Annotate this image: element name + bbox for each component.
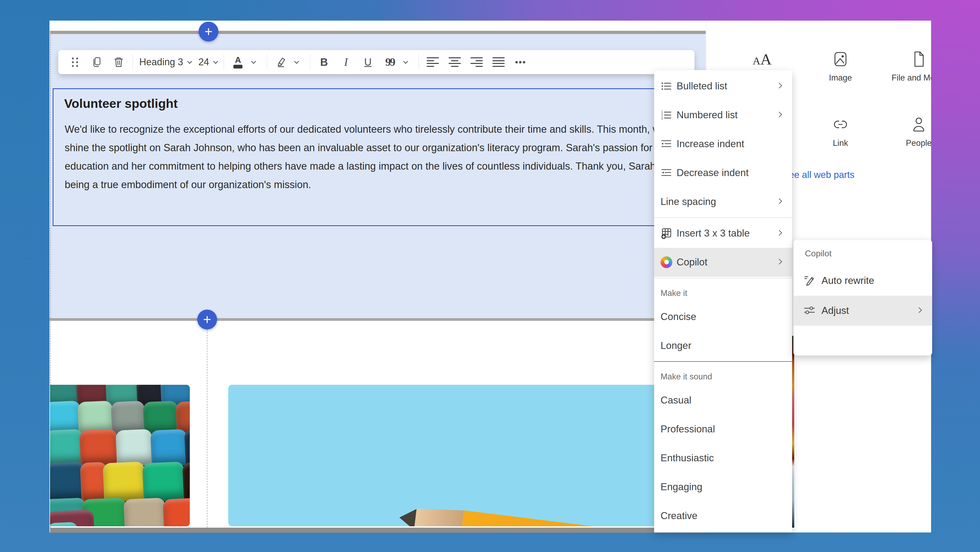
menu-item-increase-indent[interactable]: Increase indent	[654, 129, 792, 158]
webpart-tile-image[interactable]: Image	[808, 49, 873, 83]
submenu-item-auto-rewrite[interactable]: Auto rewrite	[794, 266, 932, 296]
font-color-button[interactable]: A	[231, 54, 245, 71]
chair-shape	[50, 429, 84, 467]
pencil-illustration	[398, 503, 680, 526]
align-right-button[interactable]	[469, 54, 484, 71]
image-web-part-pencil[interactable]	[228, 385, 690, 526]
menu-item-longer[interactable]: Longer	[654, 331, 792, 360]
horizontal-scrollbar-bottom[interactable]	[50, 528, 706, 533]
menu-group-header: Make it sound	[654, 363, 792, 386]
bulleted-list-icon	[659, 80, 673, 92]
submenu-header: Copilot	[794, 241, 932, 266]
align-left-button[interactable]	[425, 54, 440, 71]
menu-item-engaging[interactable]: Engaging	[654, 472, 792, 501]
section-divider	[49, 318, 706, 321]
text-style-dropdown[interactable]: Heading 3	[139, 54, 191, 71]
drag-handle-icon[interactable]	[67, 54, 82, 71]
menu-item-concise[interactable]: Concise	[654, 302, 792, 331]
chevron-down-icon	[213, 59, 218, 64]
text-format-toolbar: Heading 3 24 A B I U 99 •••	[58, 50, 695, 74]
hidden-image-sliver	[792, 336, 794, 528]
delete-icon[interactable]	[111, 54, 126, 71]
font-size-value: 24	[198, 56, 209, 68]
menu-item-decrease-indent[interactable]: Decrease indent	[654, 158, 792, 187]
link-icon	[808, 115, 873, 134]
webpart-label: People	[887, 138, 931, 148]
menu-divider	[654, 278, 792, 278]
font-size-dropdown[interactable]: 24	[198, 54, 217, 71]
text-webpart-icon: AA	[730, 49, 794, 69]
increase-indent-icon	[659, 138, 673, 150]
highlight-dropdown[interactable]	[288, 54, 304, 71]
chevron-right-icon	[775, 110, 785, 120]
copilot-submenu: Copilot Auto rewrite Adjust	[794, 240, 932, 356]
chevron-down-icon	[251, 59, 256, 64]
chevron-right-icon	[775, 81, 785, 91]
webpart-label: Image	[808, 73, 873, 83]
add-web-part-button-top[interactable]: +	[199, 22, 218, 41]
chevron-right-icon	[775, 257, 785, 268]
chevron-down-icon	[294, 59, 299, 64]
menu-divider	[654, 217, 792, 218]
webpart-tile-link[interactable]: Link	[808, 115, 873, 148]
align-center-button[interactable]	[447, 54, 462, 71]
menu-item-insert-table[interactable]: Insert 3 x 3 table	[654, 219, 792, 248]
bold-button[interactable]: B	[317, 54, 331, 71]
duplicate-icon[interactable]	[89, 54, 104, 71]
insert-table-icon	[659, 227, 673, 239]
chair-shape	[103, 461, 146, 502]
chair-shape	[142, 461, 185, 502]
see-all-web-parts-link[interactable]: See all web parts	[783, 169, 854, 180]
horizontal-scrollbar-top[interactable]	[50, 31, 706, 34]
chevron-right-icon	[915, 305, 925, 316]
chair-shape	[124, 498, 167, 526]
chevron-right-icon	[775, 228, 785, 239]
highlight-button[interactable]	[274, 54, 288, 71]
page-paragraph[interactable]: We'd like to recognize the exceptional e…	[65, 120, 687, 194]
menu-item-casual[interactable]: Casual	[654, 386, 792, 415]
adjust-sliders-icon	[803, 304, 816, 317]
text-style-value: Heading 3	[139, 56, 183, 68]
webpart-label: File and Media	[887, 73, 931, 83]
column-guide	[207, 321, 207, 528]
menu-divider-blue	[654, 361, 792, 362]
add-section-button[interactable]: +	[197, 310, 217, 329]
chair-shape	[79, 429, 118, 467]
webpart-tile-file[interactable]: File and Media	[887, 49, 931, 83]
blockquote-button[interactable]: 99	[382, 54, 397, 71]
italic-button[interactable]: I	[339, 54, 353, 71]
menu-item-numbered-list[interactable]: 123 Numbered list	[654, 101, 792, 129]
menu-item-creative[interactable]: Creative	[654, 501, 792, 530]
webpart-tile-people[interactable]: People	[887, 115, 931, 148]
menu-item-professional[interactable]: Professional	[654, 415, 792, 444]
underline-button[interactable]: U	[360, 54, 375, 71]
more-options-button[interactable]: •••	[513, 54, 528, 71]
more-text-styles-dropdown[interactable]	[397, 54, 412, 71]
justify-button[interactable]	[491, 54, 506, 71]
people-icon	[887, 115, 931, 134]
menu-item-enthusiastic[interactable]: Enthusiastic	[654, 444, 792, 472]
desktop: { "toolbar": { "heading_style": "Heading…	[0, 0, 980, 552]
chair-shape	[150, 429, 188, 467]
chevron-down-icon	[187, 59, 192, 64]
decrease-indent-icon	[659, 167, 673, 179]
chair-shape	[116, 429, 153, 467]
auto-rewrite-icon	[803, 274, 816, 287]
numbered-list-icon: 123	[659, 109, 673, 121]
file-media-icon	[887, 49, 931, 69]
webpart-label: Link	[808, 138, 873, 148]
chair-shape	[163, 498, 190, 526]
svg-text:3: 3	[661, 116, 663, 120]
image-web-part-chairs[interactable]	[50, 385, 190, 526]
menu-item-line-spacing[interactable]: Line spacing	[654, 187, 792, 216]
submenu-item-adjust[interactable]: Adjust	[794, 296, 932, 325]
chevron-down-icon	[403, 59, 408, 64]
page-heading[interactable]: Volunteer spotlight	[64, 96, 178, 111]
copilot-icon	[659, 256, 673, 268]
menu-item-bulleted-list[interactable]: Bulleted list	[654, 72, 792, 101]
chair-shape	[50, 461, 86, 502]
image-webpart-icon	[808, 49, 873, 69]
font-color-dropdown[interactable]	[245, 54, 260, 71]
menu-item-copilot[interactable]: Copilot	[654, 248, 792, 277]
text-context-menu: Bulleted list 123 Numbered list Increase…	[654, 70, 792, 533]
